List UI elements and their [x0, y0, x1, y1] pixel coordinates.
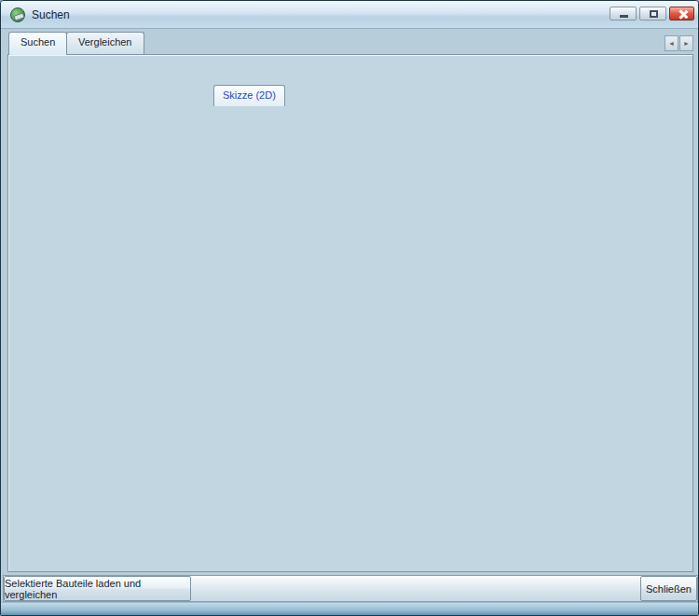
titlebar: Suchen: [1, 1, 699, 29]
maximize-icon: [650, 10, 658, 18]
tab-vergleichen[interactable]: Vergleichen: [66, 32, 144, 54]
minimize-button[interactable]: [610, 7, 637, 21]
window-title: Suchen: [32, 8, 70, 21]
load-and-compare-button[interactable]: Selektierte Bauteile laden und vergleich…: [4, 576, 191, 601]
tab-page-suchen: [7, 54, 693, 572]
tab-suchen[interactable]: Suchen: [8, 32, 67, 55]
close-button[interactable]: [669, 7, 694, 21]
minimize-icon: [620, 15, 628, 18]
maximize-button[interactable]: [639, 7, 666, 21]
window-bottom-frame: [1, 602, 699, 616]
close-icon: [678, 9, 688, 20]
tab-scroll-right-icon[interactable]: ►: [679, 35, 693, 51]
search-window: Suchen Suchen Vergleichen ◄ ► − Suchopti…: [0, 0, 699, 616]
app-icon: [10, 7, 25, 22]
tab-scroll-left-icon[interactable]: ◄: [665, 35, 678, 51]
footer-close-button[interactable]: Schließen: [640, 576, 697, 601]
tab-skizze-2d[interactable]: Skizze (2D): [213, 85, 285, 106]
